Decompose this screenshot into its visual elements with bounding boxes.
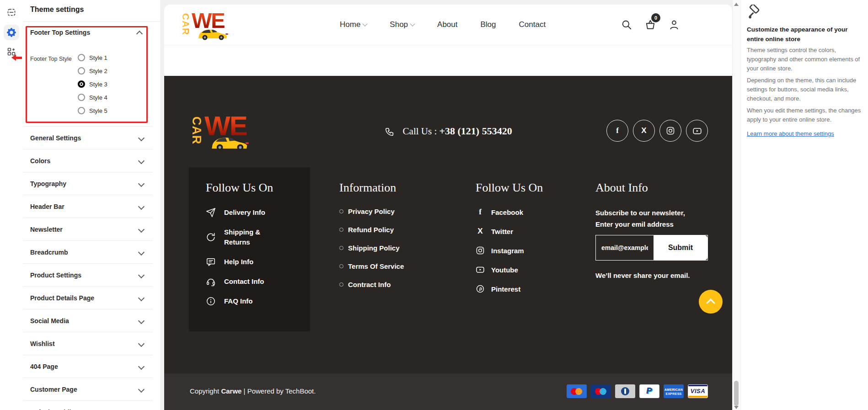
link-youtube[interactable]: Youtube: [476, 265, 524, 274]
help-paragraph: When you edit theme settings, the change…: [747, 106, 864, 124]
scroll-down-arrow[interactable]: [734, 406, 739, 409]
radio-circle[interactable]: [78, 94, 85, 101]
nav-label: Shop: [390, 20, 408, 29]
accordion-newsletter[interactable]: Newsletter: [23, 218, 153, 241]
chevron-down-icon: [138, 203, 145, 209]
search-icon[interactable]: [621, 19, 632, 31]
accordion-breadcrumb[interactable]: Breadcrumb: [23, 241, 153, 264]
link-instagram[interactable]: Instagram: [476, 246, 524, 255]
chevron-down-icon: [138, 340, 145, 346]
maestro-icon: [591, 384, 611, 398]
nav-shop[interactable]: Shop: [390, 20, 414, 29]
radio-circle[interactable]: [78, 54, 85, 61]
chevron-down-icon: [410, 21, 415, 26]
accordion-product-settings[interactable]: Product Settings: [23, 264, 153, 287]
accordion-social-media[interactable]: Social Media: [23, 309, 153, 332]
main-nav: Home Shop About Blog Contact: [340, 5, 546, 45]
youtube-icon[interactable]: [686, 120, 708, 142]
accordion-default-padding[interactable]: Default Padding: [23, 401, 153, 410]
link-help-info[interactable]: Help Info: [206, 257, 278, 267]
link-twitter[interactable]: XTwitter: [476, 227, 524, 236]
accordion-label: 404 Page: [30, 363, 58, 370]
accordion-wishlist[interactable]: Wishlist: [23, 332, 153, 355]
account-icon[interactable]: [668, 19, 680, 31]
link-facebook[interactable]: fFacebook: [476, 208, 524, 217]
call-us-prefix: Call Us :: [403, 126, 439, 137]
theme-settings-gear-icon[interactable]: [4, 25, 19, 40]
accordion-customer-page[interactable]: Customer Page: [23, 378, 153, 401]
radio-circle[interactable]: [78, 67, 85, 75]
newsletter-form: Submit: [595, 235, 708, 261]
visa-icon: VISA: [688, 384, 708, 398]
theme-settings-sidebar: Theme settings Footer Top Settings Foote…: [23, 0, 160, 410]
link-contract-info[interactable]: Contract Info: [339, 281, 404, 288]
nav-contact[interactable]: Contact: [519, 20, 546, 29]
accordion-colors[interactable]: Colors: [23, 149, 153, 172]
apps-icon[interactable]: [4, 44, 19, 59]
accordion-list: General Settings Colors Typography Heade…: [23, 126, 153, 410]
link-label: Refund Policy: [348, 226, 394, 234]
cart-icon[interactable]: 0: [644, 19, 656, 31]
radio-label: Style 5: [89, 107, 107, 114]
radio-style-5[interactable]: Style 5: [78, 107, 107, 114]
chevron-down-icon: [138, 272, 145, 278]
nav-blog[interactable]: Blog: [481, 20, 496, 29]
radio-label: Style 4: [89, 94, 107, 101]
information-list: Privacy Policy Refund Policy Shipping Po…: [339, 208, 404, 288]
accordion-404-page[interactable]: 404 Page: [23, 355, 153, 378]
radio-style-2[interactable]: Style 2: [78, 67, 107, 75]
link-label: Delivery Info: [224, 208, 278, 218]
accordion-general-settings[interactable]: General Settings: [23, 127, 153, 149]
accordion-typography[interactable]: Typography: [23, 172, 153, 195]
preview-scrollbar[interactable]: [732, 0, 740, 410]
site-logo[interactable]: CAR WE: [180, 10, 225, 38]
copyright-suffix: .: [314, 387, 316, 395]
instagram-icon[interactable]: [659, 120, 681, 142]
accordion-label: General Settings: [30, 134, 81, 142]
nav-home[interactable]: Home: [340, 20, 367, 29]
apps-icon-svg: [7, 47, 16, 56]
link-shipping-returns[interactable]: Shipping & Returns: [206, 227, 278, 247]
radio-circle-selected[interactable]: [78, 80, 85, 88]
learn-more-link[interactable]: Learn more about theme settings: [747, 130, 834, 137]
link-privacy-policy[interactable]: Privacy Policy: [339, 208, 404, 215]
scroll-up-arrow[interactable]: [734, 3, 739, 6]
chat-icon: [206, 257, 216, 267]
link-pinterest[interactable]: Pinterest: [476, 284, 524, 293]
bullet-ring-icon: [339, 264, 343, 268]
radio-style-4[interactable]: Style 4: [78, 94, 107, 101]
nav-label: Blog: [481, 20, 496, 29]
phone-number: +38 (121) 553420: [439, 125, 512, 137]
nav-about[interactable]: About: [437, 20, 457, 29]
submit-button[interactable]: Submit: [654, 235, 707, 260]
bullet-ring-icon: [339, 228, 343, 232]
link-delivery-info[interactable]: Delivery Info: [206, 208, 278, 218]
link-refund-policy[interactable]: Refund Policy: [339, 226, 404, 234]
phone-icon: [385, 127, 395, 137]
theme-settings-screen: Theme settings Footer Top Settings Foote…: [0, 0, 868, 410]
chevron-down-icon: [363, 21, 368, 26]
radio-style-3[interactable]: Style 3: [78, 80, 107, 88]
email-input[interactable]: [596, 235, 654, 260]
services-list: Delivery Info Shipping & Returns Help In…: [206, 208, 278, 306]
x-icon[interactable]: X: [633, 120, 655, 142]
radio-style-1[interactable]: Style 1: [78, 54, 107, 61]
link-faq-info[interactable]: FAQ Info: [206, 296, 278, 306]
link-terms-of-service[interactable]: Terms Of Service: [339, 262, 404, 270]
link-contact-info[interactable]: Contact Info: [206, 277, 278, 287]
radio-circle[interactable]: [78, 107, 85, 114]
link-label: Contract Info: [348, 281, 391, 288]
facebook-icon: f: [476, 208, 485, 217]
link-shipping-policy[interactable]: Shipping Policy: [339, 244, 404, 252]
sections-icon[interactable]: [4, 5, 19, 20]
scroll-to-top-button[interactable]: [699, 290, 723, 314]
accordion-product-details-page[interactable]: Product Details Page: [23, 287, 153, 309]
accordion-header-bar[interactable]: Header Bar: [23, 195, 153, 218]
accordion-label: Newsletter: [30, 226, 63, 233]
subscribe-text: Subscribe to our newsleter, Enter your e…: [595, 208, 685, 230]
facebook-icon[interactable]: f: [606, 120, 628, 142]
car-image: [196, 26, 230, 40]
scrollbar-thumb[interactable]: [734, 381, 739, 406]
accordion-footer-top-settings[interactable]: Footer Top Settings: [30, 29, 142, 36]
link-label: Instagram: [491, 247, 524, 255]
